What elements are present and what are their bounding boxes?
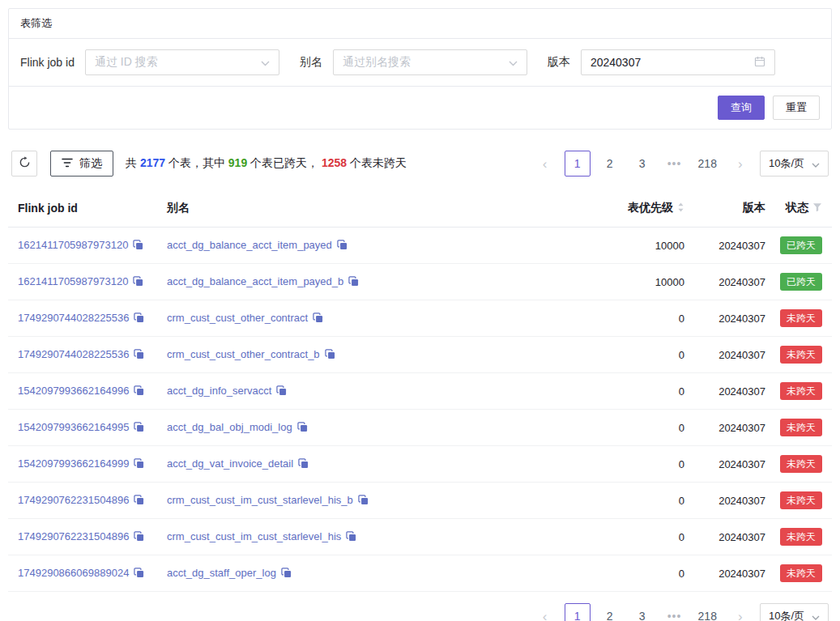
table-row: 1542097993662164999acct_dg_vat_invoice_d… — [8, 446, 832, 483]
copy-icon[interactable] — [337, 240, 348, 253]
filter-panel: 表筛选 Flink job id 通过 ID 搜索 别名 通过别名搜索 — [8, 8, 832, 130]
copy-icon[interactable] — [133, 240, 143, 253]
pagination-top: ‹123•••218› — [526, 151, 753, 177]
status-badge: 已跨天 — [780, 236, 822, 254]
page-number-2[interactable]: 2 — [597, 151, 623, 177]
priority-cell: 0 — [587, 410, 686, 446]
alias-select[interactable]: 通过别名搜索 — [333, 49, 527, 75]
flink-job-id-link[interactable]: 1621411705987973120 — [18, 275, 128, 287]
filter-fields-row: Flink job id 通过 ID 搜索 别名 通过别名搜索 — [9, 39, 831, 87]
version-cell: 20240307 — [686, 373, 767, 410]
alias-link[interactable]: acct_dg_info_servacct — [167, 385, 271, 397]
status-badge: 未跨天 — [780, 382, 822, 400]
page-size-select[interactable]: 10条/页 — [760, 603, 829, 621]
next-page-button[interactable]: › — [727, 151, 753, 177]
alias-link[interactable]: acct_dg_balance_acct_item_payed — [167, 239, 332, 251]
priority-cell: 10000 — [587, 264, 686, 300]
copy-icon[interactable] — [134, 385, 144, 398]
copy-icon[interactable] — [313, 313, 323, 325]
page-number-3[interactable]: 3 — [629, 603, 655, 621]
reset-button[interactable]: 重置 — [773, 96, 820, 120]
table-header-row: Flink job id 别名 表优先级 版本 状态 — [8, 189, 832, 228]
priority-cell: 0 — [587, 337, 686, 373]
col-header-priority[interactable]: 表优先级 — [587, 189, 686, 228]
copy-icon[interactable] — [298, 458, 309, 471]
copy-icon[interactable] — [134, 458, 144, 471]
priority-cell: 0 — [587, 300, 686, 337]
copy-icon[interactable] — [134, 313, 144, 325]
copy-icon[interactable] — [134, 349, 144, 362]
chevron-down-icon — [812, 610, 820, 621]
prev-page-button[interactable]: ‹ — [532, 151, 558, 177]
next-page-button[interactable]: › — [727, 603, 753, 621]
version-cell: 20240307 — [686, 555, 767, 592]
flink-job-id-link[interactable]: 1621411705987973120 — [18, 239, 128, 251]
alias-link[interactable]: acct_dg_balance_acct_item_payed_b — [167, 275, 343, 287]
filter-panel-title: 表筛选 — [9, 9, 831, 39]
bottom-pagination-bar: ‹123•••218› 10条/页 — [8, 603, 832, 621]
copy-icon[interactable] — [134, 422, 144, 435]
version-value: 20240307 — [591, 56, 641, 69]
copy-icon[interactable] — [346, 531, 356, 544]
copy-icon[interactable] — [134, 495, 144, 508]
flink-job-id-link[interactable]: 1542097993662164999 — [18, 457, 129, 470]
filter-button-label: 筛选 — [79, 156, 102, 171]
alias-label: 别名 — [300, 55, 322, 70]
flink-job-id-link[interactable]: 1749290866069889024 — [18, 567, 129, 579]
page-number-1[interactable]: 1 — [565, 603, 591, 621]
alias-link[interactable]: acct_dg_bal_obj_modi_log — [167, 421, 292, 433]
page-size-select[interactable]: 10条/页 — [760, 151, 829, 177]
filter-funnel-icon[interactable] — [812, 202, 822, 215]
copy-icon[interactable] — [297, 422, 308, 435]
copy-icon[interactable] — [348, 276, 359, 289]
status-badge: 未跨天 — [780, 491, 822, 509]
alias-link[interactable]: acct_dg_staff_oper_log — [167, 567, 276, 579]
copy-icon[interactable] — [276, 385, 287, 398]
alias-placeholder: 通过别名搜索 — [343, 55, 411, 70]
copy-icon[interactable] — [134, 568, 144, 581]
filter-button[interactable]: 筛选 — [50, 151, 113, 177]
version-date-input[interactable]: 20240307 — [581, 49, 775, 75]
flink-job-id-link[interactable]: 1542097993662164996 — [18, 385, 129, 397]
flink-job-id-link[interactable]: 1749290762231504896 — [18, 494, 129, 506]
filter-actions-row: 查询 重置 — [9, 87, 831, 129]
alias-link[interactable]: acct_dg_vat_invoice_detail — [167, 457, 293, 470]
flink-job-id-link[interactable]: 1542097993662164995 — [18, 421, 129, 433]
page-number-3[interactable]: 3 — [629, 151, 655, 177]
table-row: 1749290744028225536crm_cust_cust_other_c… — [8, 337, 832, 373]
flink-job-id-select[interactable]: 通过 ID 搜索 — [85, 49, 279, 75]
prev-page-button[interactable]: ‹ — [532, 603, 558, 621]
version-cell: 20240307 — [686, 410, 767, 446]
copy-icon[interactable] — [358, 495, 369, 508]
alias-link[interactable]: crm_cust_cust_im_cust_starlevel_his — [167, 530, 341, 542]
refresh-button[interactable] — [11, 151, 37, 177]
flink-job-id-link[interactable]: 1749290744028225536 — [18, 312, 129, 324]
sorter-icon[interactable] — [677, 202, 684, 215]
page-number-2[interactable]: 2 — [597, 603, 623, 621]
priority-cell: 0 — [587, 483, 686, 519]
alias-link[interactable]: crm_cust_cust_im_cust_starlevel_his_b — [167, 494, 353, 506]
copy-icon[interactable] — [133, 276, 143, 289]
copy-icon[interactable] — [134, 531, 144, 544]
page-number-218[interactable]: 218 — [694, 151, 721, 177]
col-header-status[interactable]: 状态 — [767, 189, 832, 228]
page-number-218[interactable]: 218 — [694, 603, 721, 621]
flink-job-id-field: Flink job id 通过 ID 搜索 — [20, 49, 279, 75]
page-ellipsis: ••• — [662, 603, 688, 621]
table-row: 1749290866069889024acct_dg_staff_oper_lo… — [8, 555, 832, 592]
status-badge: 未跨天 — [780, 309, 822, 327]
version-cell: 20240307 — [686, 300, 767, 337]
flink-job-id-link[interactable]: 1749290744028225536 — [18, 348, 129, 360]
copy-icon[interactable] — [325, 349, 335, 362]
tables-table: Flink job id 别名 表优先级 版本 状态 1621411705987… — [8, 189, 832, 592]
flink-job-id-link[interactable]: 1749290762231504896 — [18, 530, 129, 542]
alias-link[interactable]: crm_cust_cust_other_contract — [167, 312, 308, 324]
table-summary: 共 2177 个表，其中 919 个表已跨天， 1258 个表未跨天 — [126, 156, 407, 171]
query-button[interactable]: 查询 — [718, 96, 765, 120]
priority-cell: 0 — [587, 519, 686, 555]
refresh-icon — [19, 156, 31, 171]
page-number-1[interactable]: 1 — [565, 151, 591, 177]
copy-icon[interactable] — [281, 568, 292, 581]
alias-link[interactable]: crm_cust_cust_other_contract_b — [167, 348, 320, 360]
col-header-alias: 别名 — [167, 189, 587, 228]
